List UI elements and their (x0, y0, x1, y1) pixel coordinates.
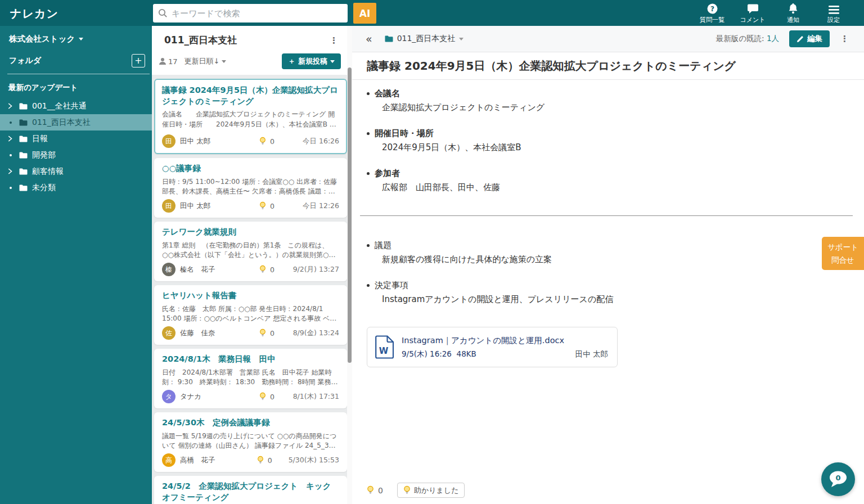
note-kebab-menu[interactable]: ⋮ (838, 34, 852, 44)
nav-comments[interactable]: コメント (736, 3, 770, 24)
section-body: 新規顧客の獲得に向けた具体的な施策の立案 (382, 253, 853, 266)
comment-icon (747, 3, 759, 15)
sidebar-folder-item[interactable]: 011_西日本支社 (0, 114, 152, 130)
scrollbar-thumb[interactable] (348, 68, 352, 363)
expander (8, 136, 18, 142)
chevron-right-icon (8, 136, 12, 142)
card-likes-value: 0 (268, 456, 272, 465)
sort-label: 更新日順↓ (184, 56, 220, 66)
new-post-button[interactable]: ＋ 新規投稿 (282, 53, 341, 69)
avatar: 榛 (162, 263, 176, 276)
read-status-label: 最新版の既読: (716, 34, 764, 43)
latest-updates-link[interactable]: 最新のアップデート (8, 83, 152, 93)
card-timestamp: 8/9(金) 13:24 (291, 328, 339, 338)
note-card[interactable]: ヒヤリハット報告書 氏名：佐藤 太郎 所属：○○部 発生日時：2024/8/1 … (154, 285, 347, 345)
lightbulb-icon (259, 137, 266, 146)
note-card[interactable]: 議事録 2024年9月5日（木）企業認知拡大プロジェクトのミーティング 会議名 … (154, 79, 347, 154)
org-selector[interactable]: 株式会社ストック (0, 26, 152, 44)
card-author: 佐藤 佳奈 (180, 328, 259, 338)
card-excerpt: 議題一覧 5/19週の売り上げについて ○○の商品開発について 個別の連絡（山田… (162, 431, 339, 452)
app-logo[interactable]: ナレカン (10, 6, 58, 21)
note-body: 会議名 企業認知拡大プロジェクトのミーティング 開催日時・場所 2024年9月5… (352, 80, 864, 367)
sort-selector[interactable]: 更新日順↓ (184, 56, 227, 66)
sidebar-folder-item[interactable]: 未分類 (0, 179, 152, 196)
card-excerpt: 氏名：佐藤 太郎 所属：○○部 発生日時：2024/8/1 15:00 場所：○… (162, 304, 339, 325)
read-status: 最新版の既読: 1人 (716, 34, 779, 44)
edit-button[interactable]: 編集 (789, 30, 830, 47)
note-list-panel: 011_西日本支社 ⋮ 17 更新日順↓ ＋ 新規投稿 議事録 2024年9月5… (152, 26, 349, 504)
lightbulb-icon (259, 328, 266, 338)
nav-questions[interactable]: ? 質問一覧 (695, 3, 729, 24)
org-name: 株式会社ストック (9, 34, 75, 44)
card-timestamp: 今日 16:26 (291, 137, 339, 146)
card-footer: 田 田中 太郎 0 今日 12:26 (162, 199, 339, 213)
folder-icon (19, 184, 28, 191)
expander (8, 168, 18, 174)
speech-bubble-icon: 0 (828, 470, 848, 488)
ai-search-button[interactable]: AI (353, 3, 376, 24)
chevron-down-icon (459, 38, 464, 40)
question-circle-icon: ? (706, 3, 718, 15)
card-author: 田中 太郎 (180, 137, 259, 146)
avatar: 田 (162, 199, 176, 213)
card-timestamp: 5/30(木) 15:53 (289, 456, 339, 465)
likes-value: 0 (378, 486, 383, 495)
note-section: 参加者 広報部 山田部長、田中、佐藤 (367, 167, 853, 194)
reaction-bar: 0 助かりました (367, 483, 465, 498)
folder-title: 011_西日本支社 (164, 34, 237, 47)
card-title: ○○議事録 (162, 163, 339, 174)
sidebar-folder-item[interactable]: 日報 (0, 130, 152, 147)
sidebar-folder-item[interactable]: 顧客情報 (0, 163, 152, 179)
note-section: 決定事項 Instagramアカウントの開設と運用、プレスリリースの配信 (367, 279, 853, 305)
edit-label: 編集 (807, 34, 822, 44)
card-likes-value: 0 (270, 137, 274, 146)
section-body: 企業認知拡大プロジェクトのミーティング (382, 101, 853, 114)
collapse-panel-icon[interactable]: « (366, 34, 372, 44)
note-card[interactable]: 2024/8/1木 業務日報 田中 日付 2024/8/1木部署 営業部 氏名 … (154, 349, 347, 408)
note-card[interactable]: 24/5/2 企業認知拡大プロジェクト キックオフミーティング (154, 476, 347, 504)
note-detail-panel: « 011_西日本支社 最新版の既読: 1人 編集 ⋮ 議事録 2024年9月5… (352, 26, 864, 504)
attachment-card[interactable]: W Instagram｜アカウントの開設と運用.docx 9/5(木) 16:2… (367, 327, 618, 367)
folders-header: フォルダ + (7, 54, 150, 74)
chevron-down-icon (79, 38, 83, 40)
breadcrumb-label: 011_西日本支社 (397, 34, 456, 44)
support-line1: サポート (827, 241, 858, 253)
chat-fab-button[interactable]: 0 (821, 462, 855, 496)
lightbulb-icon (367, 485, 374, 495)
expander (8, 103, 18, 109)
expander (8, 122, 18, 124)
person-icon (159, 57, 166, 65)
support-line2: 問合せ (831, 254, 854, 266)
note-card[interactable]: ○○議事録 日時：9/5 11:00~12:00 場所：会議室○○ 出席者：佐藤… (154, 158, 347, 218)
chevron-right-icon (8, 168, 12, 174)
nav-label: 設定 (827, 16, 840, 24)
attachment-meta: 9/5(木) 16:26 48KB (402, 349, 476, 359)
add-folder-button[interactable]: + (132, 54, 145, 68)
nav-label: 通知 (787, 16, 799, 24)
section-heading: 参加者 (375, 167, 400, 179)
folder-icon (19, 168, 28, 175)
note-card[interactable]: 24/5/30木 定例会議議事録 議題一覧 5/19週の売り上げについて ○○の… (154, 412, 347, 472)
nav-settings[interactable]: 設定 (817, 3, 850, 24)
folder-label: 開発部 (32, 150, 56, 160)
card-excerpt: 第1章 総則 （在宅勤務の目的）第1条 この規程は、○○株式会社（以下「会社」と… (162, 241, 339, 261)
support-contact-button[interactable]: サポート 問合せ (822, 237, 864, 270)
read-status-count[interactable]: 1人 (767, 34, 779, 43)
note-card[interactable]: テレワーク就業規則 第1章 総則 （在宅勤務の目的）第1条 この規程は、○○株式… (154, 222, 347, 281)
search-input[interactable] (172, 8, 343, 19)
nav-notifications[interactable]: 通知 (776, 3, 810, 24)
member-count[interactable]: 17 (159, 57, 178, 66)
helpful-button[interactable]: 助かりました (397, 483, 465, 498)
sidebar: 株式会社ストック フォルダ + 最新のアップデート 001__全社共通 011_… (0, 26, 152, 504)
top-nav: ? 質問一覧 コメント 通知 設定 (688, 3, 850, 24)
folder-icon (19, 119, 28, 126)
card-author: タナカ (180, 392, 259, 402)
breadcrumb[interactable]: 011_西日本支社 (385, 34, 464, 44)
list-kebab-menu[interactable]: ⋮ (327, 35, 341, 46)
card-title: 24/5/2 企業認知拡大プロジェクト キックオフミーティング (162, 481, 339, 503)
card-footer: 田 田中 太郎 0 今日 16:26 (162, 134, 339, 148)
sidebar-folder-item[interactable]: 001__全社共通 (0, 98, 152, 114)
card-title: テレワーク就業規則 (162, 227, 339, 238)
avatar: 高 (162, 453, 176, 467)
sidebar-folder-item[interactable]: 開発部 (0, 147, 152, 163)
